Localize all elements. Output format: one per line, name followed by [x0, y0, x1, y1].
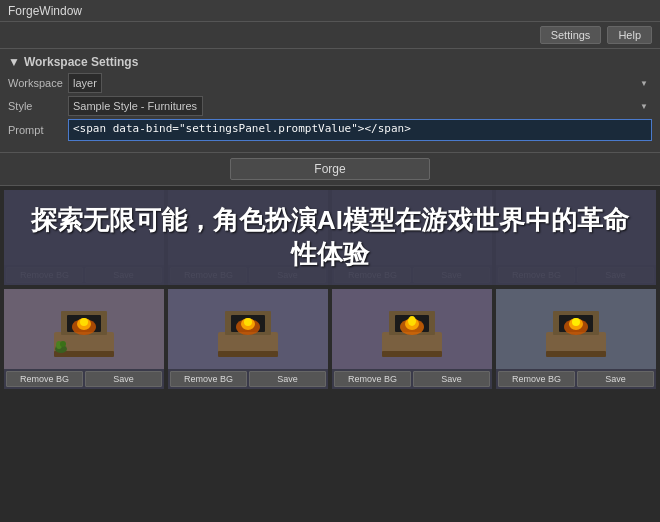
- main-content: ▼ Workspace Settings Workspace layer Sty…: [0, 49, 660, 513]
- grid-cell-2-1: Remove BG Save: [4, 289, 164, 389]
- svg-rect-23: [382, 351, 442, 357]
- svg-point-29: [572, 318, 580, 326]
- cell-image-2-2: [168, 289, 328, 369]
- fireplace-icon-2-2: [213, 297, 283, 362]
- fireplace-icon-2-4: [541, 297, 611, 362]
- overlay-text: 探索无限可能，角色扮演AI模型在游戏世界中的革命性体验: [24, 204, 636, 272]
- cell-image-2-1: [4, 289, 164, 369]
- workspace-select[interactable]: layer: [68, 73, 102, 93]
- style-label: Style: [8, 100, 68, 112]
- grid-cell-2-3: Remove BG Save: [332, 289, 492, 389]
- remove-bg-btn-2-2[interactable]: Remove BG: [170, 371, 247, 387]
- cell-buttons-2-1: Remove BG Save: [4, 369, 164, 389]
- cell-buttons-2-2: Remove BG Save: [168, 369, 328, 389]
- fireplace-icon-2-1: [49, 297, 119, 362]
- svg-point-5: [80, 318, 88, 326]
- style-select-wrapper: Sample Style - Furnitures: [68, 96, 652, 116]
- svg-rect-16: [218, 351, 278, 357]
- svg-rect-24: [546, 332, 606, 354]
- grid-row-2: Remove BG Save: [4, 289, 656, 389]
- overlay-banner: 探索无限可能，角色扮演AI模型在游戏世界中的革命性体验: [4, 190, 656, 285]
- save-btn-2-2[interactable]: Save: [249, 371, 326, 387]
- style-row: Style Sample Style - Furnitures: [8, 96, 652, 116]
- settings-header-text: Workspace Settings: [24, 55, 138, 69]
- grid-row-1: Remove BG Save Remove BG Save Remove BG …: [4, 190, 656, 285]
- grid-area: Remove BG Save Remove BG Save Remove BG …: [0, 186, 660, 513]
- title-bar-text: ForgeWindow: [8, 4, 82, 18]
- remove-bg-btn-2-3[interactable]: Remove BG: [334, 371, 411, 387]
- settings-button[interactable]: Settings: [540, 26, 602, 44]
- remove-bg-btn-2-4[interactable]: Remove BG: [498, 371, 575, 387]
- forge-button[interactable]: Forge: [230, 158, 430, 180]
- svg-point-22: [408, 316, 416, 326]
- save-btn-2-3[interactable]: Save: [413, 371, 490, 387]
- prompt-label: Prompt: [8, 124, 68, 136]
- top-buttons-row: Settings Help: [0, 22, 660, 49]
- save-btn-2-1[interactable]: Save: [85, 371, 162, 387]
- fireplace-icon-2-3: [377, 297, 447, 362]
- save-btn-2-4[interactable]: Save: [577, 371, 654, 387]
- settings-panel: ▼ Workspace Settings Workspace layer Sty…: [0, 49, 660, 153]
- svg-rect-10: [218, 332, 278, 354]
- cell-buttons-2-3: Remove BG Save: [332, 369, 492, 389]
- style-select[interactable]: Sample Style - Furnitures: [68, 96, 203, 116]
- workspace-row: Workspace layer: [8, 73, 652, 93]
- cell-buttons-2-4: Remove BG Save: [496, 369, 656, 389]
- forge-bar: Forge: [0, 153, 660, 186]
- cell-image-2-3: [332, 289, 492, 369]
- title-bar: ForgeWindow: [0, 0, 660, 22]
- collapse-icon: ▼: [8, 55, 20, 69]
- workspace-label: Workspace: [8, 77, 68, 89]
- grid-cell-2-4: Remove BG Save: [496, 289, 656, 389]
- settings-header: ▼ Workspace Settings: [8, 55, 652, 69]
- remove-bg-btn-2-1[interactable]: Remove BG: [6, 371, 83, 387]
- workspace-select-wrapper: layer: [68, 73, 652, 93]
- svg-point-15: [244, 318, 252, 326]
- svg-point-9: [60, 341, 66, 347]
- grid-cell-2-2: Remove BG Save: [168, 289, 328, 389]
- prompt-row: Prompt <span data-bind="settingsPanel.pr…: [8, 119, 652, 141]
- cell-image-2-4: [496, 289, 656, 369]
- help-button[interactable]: Help: [607, 26, 652, 44]
- svg-rect-30: [546, 351, 606, 357]
- prompt-textarea[interactable]: <span data-bind="settingsPanel.promptVal…: [68, 119, 652, 141]
- svg-rect-17: [382, 332, 442, 354]
